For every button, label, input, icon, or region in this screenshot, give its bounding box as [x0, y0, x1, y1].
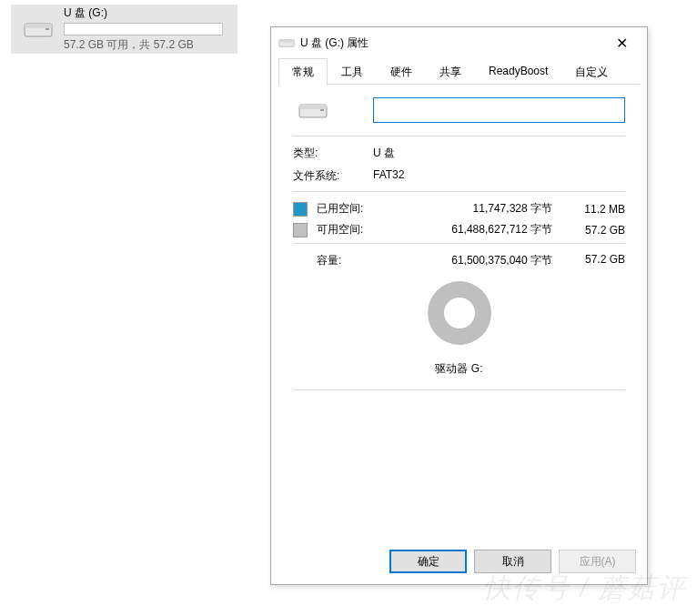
used-space-bytes: 11,747,328 字节: [373, 201, 571, 217]
free-space-bytes: 61,488,627,712 字节: [373, 222, 571, 237]
drive-letter-label: 驱动器 G:: [435, 361, 482, 377]
close-icon: ✕: [616, 35, 628, 52]
svg-rect-6: [299, 105, 327, 109]
usb-drive-icon: [293, 100, 373, 120]
capacity-bytes: 61,500,375,040 字节: [373, 253, 571, 268]
used-swatch: [293, 202, 308, 217]
usage-bar: [64, 23, 223, 35]
capacity-label: 容量:: [293, 253, 373, 268]
used-space-hr: 11.2 MB: [571, 203, 625, 216]
divider: [293, 389, 625, 390]
free-space-hr: 57.2 GB: [571, 224, 625, 237]
tab-sharing[interactable]: 共享: [426, 58, 475, 85]
usage-chart: 驱动器 G:: [293, 281, 625, 377]
type-value: U 盘: [373, 146, 395, 161]
close-button[interactable]: ✕: [603, 29, 640, 56]
properties-dialog: U 盘 (G:) 属性 ✕ 常规 工具 硬件 共享 ReadyBoost 自定义: [270, 26, 648, 585]
capacity-row: 容量: 61,500,375,040 字节 57.2 GB: [293, 253, 625, 268]
divider: [293, 136, 625, 136]
svg-rect-7: [320, 109, 324, 111]
drive-name: U 盘 (G:): [64, 5, 232, 21]
tab-general[interactable]: 常规: [278, 58, 328, 86]
filesystem-label: 文件系统:: [293, 168, 373, 184]
ok-button[interactable]: 确定: [389, 550, 467, 573]
tab-customize[interactable]: 自定义: [561, 58, 621, 85]
tab-body-general: 类型: U 盘 文件系统: FAT32 已用空间: 11,747,328 字节 …: [278, 85, 640, 540]
drive-info: U 盘 (G:) 57.2 GB 可用，共 57.2 GB: [60, 5, 232, 53]
free-space-label: 可用空间:: [317, 222, 373, 237]
tabstrip: 常规 工具 硬件 共享 ReadyBoost 自定义: [271, 58, 647, 85]
divider: [293, 243, 625, 244]
usage-text: 57.2 GB 可用，共 57.2 GB: [64, 37, 232, 53]
svg-rect-1: [25, 24, 52, 28]
watermark: 快传号 / 蘑菇评: [483, 570, 686, 607]
tab-readyboost[interactable]: ReadyBoost: [475, 58, 561, 85]
free-space-row: 可用空间: 61,488,627,712 字节 57.2 GB: [293, 222, 625, 237]
svg-rect-4: [279, 40, 294, 43]
tab-hardware[interactable]: 硬件: [377, 58, 426, 85]
tab-tools[interactable]: 工具: [328, 58, 377, 85]
capacity-hr: 57.2 GB: [571, 253, 625, 268]
drive-tile[interactable]: U 盘 (G:) 57.2 GB 可用，共 57.2 GB: [11, 5, 237, 54]
used-space-row: 已用空间: 11,747,328 字节 11.2 MB: [293, 201, 625, 217]
type-label: 类型:: [293, 146, 373, 161]
titlebar[interactable]: U 盘 (G:) 属性 ✕: [271, 27, 647, 58]
free-swatch: [293, 223, 308, 237]
filesystem-value: FAT32: [373, 168, 404, 184]
usb-drive-icon: [278, 37, 295, 48]
usb-drive-icon: [16, 19, 60, 39]
volume-label-input[interactable]: [373, 97, 625, 123]
pie-chart-icon: [428, 281, 491, 345]
used-space-label: 已用空间:: [317, 201, 373, 217]
svg-rect-2: [45, 28, 49, 30]
dialog-title: U 盘 (G:) 属性: [300, 35, 603, 51]
divider: [293, 191, 625, 192]
